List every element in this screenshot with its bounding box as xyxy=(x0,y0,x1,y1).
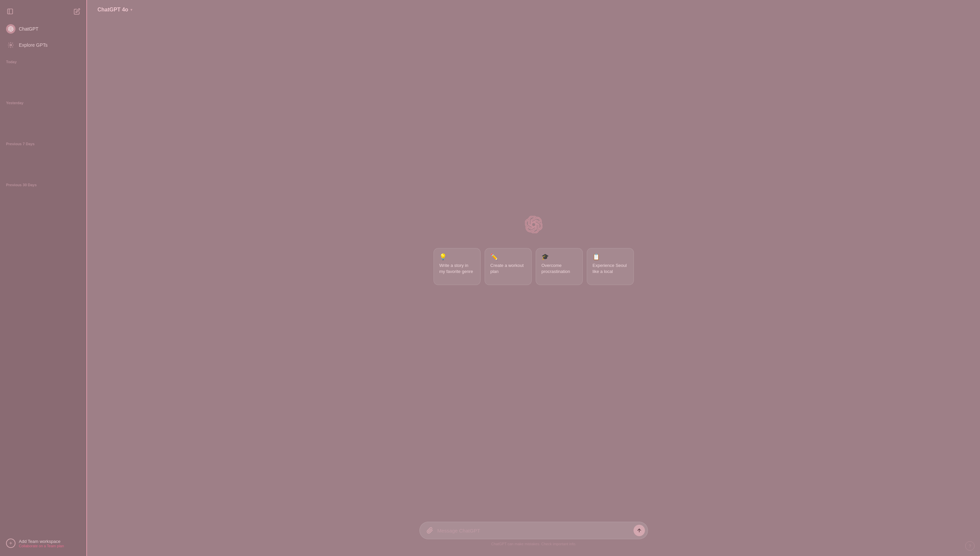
explore-gpts-icon xyxy=(6,40,15,50)
card-seoul[interactable]: 📋 Experience Seoul like a local xyxy=(587,248,634,285)
sidebar-divider xyxy=(86,0,87,556)
card-seoul-icon: 📋 xyxy=(593,254,628,260)
message-input-container xyxy=(420,522,648,539)
sidebar: ChatGPT Explore GPTs Today Yesterday Pre… xyxy=(0,0,87,556)
help-button[interactable]: ? xyxy=(965,541,975,551)
input-area: ChatGPT can make mistakes. Check importa… xyxy=(87,522,980,556)
card-workout-text: Create a workout plan xyxy=(490,263,526,275)
chatgpt-nav-item[interactable]: ChatGPT xyxy=(3,21,84,36)
explore-gpts-item[interactable]: Explore GPTs xyxy=(3,38,84,52)
card-workout[interactable]: ✏️ Create a workout plan xyxy=(484,248,532,285)
svg-point-2 xyxy=(10,44,12,46)
new-chat-button[interactable] xyxy=(72,7,82,16)
center-content: 💡 Write a story in my favorite genre ✏️ … xyxy=(87,19,980,522)
card-workout-icon: ✏️ xyxy=(490,254,526,260)
card-procrastination-icon: 🎓 xyxy=(541,254,577,260)
add-team-subtitle: Collaborate on a Team plan xyxy=(19,544,64,548)
header: ChatGPT 4o ▾ xyxy=(87,0,980,19)
suggestion-cards: 💡 Write a story in my favorite genre ✏️ … xyxy=(427,248,641,285)
add-team-title: Add Team workspace xyxy=(19,539,64,544)
explore-gpts-label: Explore GPTs xyxy=(19,42,48,48)
toggle-sidebar-button[interactable] xyxy=(5,7,15,16)
section-today: Today xyxy=(3,58,84,65)
sidebar-top xyxy=(3,4,84,21)
svg-rect-0 xyxy=(8,9,13,14)
message-input[interactable] xyxy=(437,528,631,533)
card-procrastination[interactable]: 🎓 Overcome procrastination xyxy=(536,248,583,285)
chatgpt-logo xyxy=(6,24,15,34)
chevron-down-icon: ▾ xyxy=(131,7,132,12)
card-story-text: Write a story in my favorite genre xyxy=(439,263,475,275)
send-button[interactable] xyxy=(633,525,645,536)
add-team-text: Add Team workspace Collaborate on a Team… xyxy=(19,539,64,548)
attach-button[interactable] xyxy=(425,526,434,535)
section-previous7: Previous 7 Days xyxy=(3,140,84,147)
section-previous30: Previous 30 Days xyxy=(3,181,84,188)
help-icon: ? xyxy=(969,543,971,549)
chatgpt-nav-label: ChatGPT xyxy=(19,26,38,32)
add-team-icon: + xyxy=(6,538,15,548)
section-yesterday: Yesterday xyxy=(3,99,84,106)
model-selector-button[interactable]: ChatGPT 4o ▾ xyxy=(94,5,136,15)
add-team-item[interactable]: + Add Team workspace Collaborate on a Te… xyxy=(3,536,84,551)
card-story[interactable]: 💡 Write a story in my favorite genre xyxy=(434,248,481,285)
openai-logo xyxy=(525,216,542,248)
card-procrastination-text: Overcome procrastination xyxy=(541,263,577,275)
card-story-icon: 💡 xyxy=(439,254,475,260)
disclaimer-text: ChatGPT can make mistakes. Check importa… xyxy=(491,542,576,546)
main-content: ChatGPT 4o ▾ 💡 Write a story in my favor… xyxy=(87,0,980,556)
model-name: ChatGPT 4o xyxy=(97,7,128,13)
card-seoul-text: Experience Seoul like a local xyxy=(593,263,628,275)
